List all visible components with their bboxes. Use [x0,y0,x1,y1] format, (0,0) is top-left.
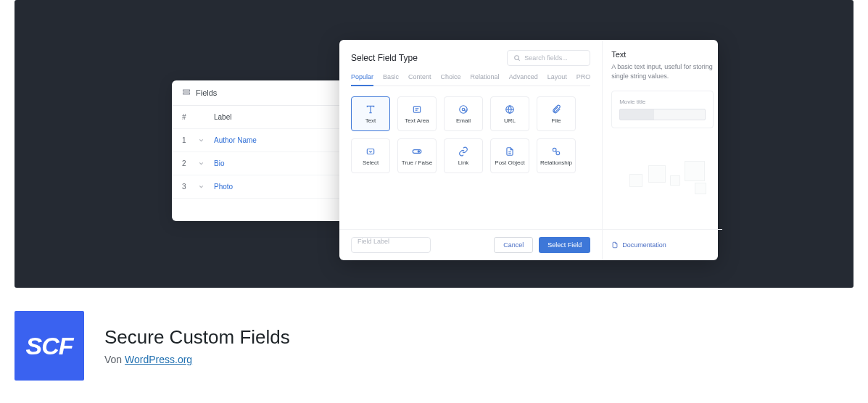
svg-rect-0 [183,90,190,91]
chevron-down-icon[interactable] [198,160,214,167]
modal-title: Select Field Type [351,53,418,63]
decorative-squares [622,161,716,197]
svg-rect-1 [183,93,190,94]
cancel-button[interactable]: Cancel [494,237,533,253]
type-textarea[interactable]: Text Area [397,96,437,131]
tab-advanced[interactable]: Advanced [509,73,538,86]
globe-icon [505,104,515,115]
fields-icon [182,88,191,97]
toggle-icon [411,146,423,157]
tab-basic[interactable]: Basic [383,73,399,86]
field-label-link[interactable]: Bio [214,159,224,167]
fields-panel-header: Fields [172,80,350,106]
type-email[interactable]: Email [444,96,483,131]
preview-label: Movie title [619,99,706,105]
type-select[interactable]: Select [351,138,390,173]
field-label-input[interactable]: Field Label [351,237,431,253]
preview-input [619,109,706,120]
type-file[interactable]: File [537,96,576,131]
field-type-modal: Select Field Type Search fields... Popul… [339,40,718,260]
modal-sidebar: Text A basic text input, useful for stor… [602,40,722,229]
type-relationship[interactable]: Relationship [537,138,576,173]
type-url[interactable]: URL [490,96,529,131]
svg-point-19 [556,151,560,155]
svg-point-15 [418,150,419,151]
search-input[interactable]: Search fields... [507,50,590,66]
textarea-icon [412,104,422,115]
plugin-meta: Secure Custom Fields Von WordPress.org [104,326,290,365]
document-icon [505,146,515,157]
tab-pro[interactable]: PRO [576,73,591,86]
type-text[interactable]: Text [351,96,390,131]
chevron-down-icon[interactable] [198,183,214,190]
svg-point-18 [553,148,556,151]
side-description: A basic text input, useful for storing s… [611,62,714,80]
tab-relational[interactable]: Relational [471,73,500,86]
tab-popular[interactable]: Popular [351,73,373,86]
fields-panel-title: Fields [196,88,217,97]
plugin-name: Secure Custom Fields [104,326,290,349]
tab-layout[interactable]: Layout [547,73,567,86]
side-title: Text [611,50,714,59]
svg-point-2 [515,56,519,60]
type-link[interactable]: Link [444,138,483,173]
field-label-link[interactable]: Photo [214,183,233,191]
tab-content[interactable]: Content [408,73,431,86]
col-label: Label [214,113,231,121]
fields-header-row: # Label [172,106,350,129]
modal-footer: Field Label Cancel Select Field [339,229,602,260]
search-icon [513,54,521,62]
field-label-link[interactable]: Author Name [214,136,257,144]
chevron-down-icon[interactable] [198,137,214,144]
table-row[interactable]: 2 Bio [172,152,350,175]
select-field-button[interactable]: Select Field [539,237,590,253]
email-icon [458,104,468,115]
svg-rect-6 [413,106,420,112]
type-postobject[interactable]: Post Object [490,138,529,173]
plugin-author-line: Von WordPress.org [104,354,290,365]
modal-tabs: Popular Basic Content Choice Relational … [351,73,590,86]
svg-rect-13 [367,149,373,154]
svg-line-3 [518,59,520,61]
document-icon [611,241,619,249]
fields-panel: Fields # Label 1 Author Name 2 Bio 3 Pho… [172,80,350,221]
plugin-header: SCF Secure Custom Fields Von WordPress.o… [0,288,868,403]
svg-line-20 [555,151,556,151]
link-icon [458,146,468,157]
plugin-author-link[interactable]: WordPress.org [125,354,192,365]
text-icon [365,104,376,115]
type-truefalse[interactable]: True / False [397,138,437,173]
relationship-icon [551,146,561,157]
select-icon [365,146,376,157]
hero-banner: Fields # Label 1 Author Name 2 Bio 3 Pho… [15,0,853,288]
plugin-icon: SCF [15,311,84,381]
paperclip-icon [551,104,561,115]
col-number: # [182,113,198,121]
documentation-link[interactable]: Documentation [602,229,722,260]
table-row[interactable]: 1 Author Name [172,129,350,152]
tab-choice[interactable]: Choice [441,73,461,86]
field-preview: Movie title [611,91,714,128]
table-row[interactable]: 3 Photo [172,175,350,199]
modal-main: Select Field Type Search fields... Popul… [339,40,602,229]
field-type-grid: Text Text Area Email URL File [351,96,590,173]
